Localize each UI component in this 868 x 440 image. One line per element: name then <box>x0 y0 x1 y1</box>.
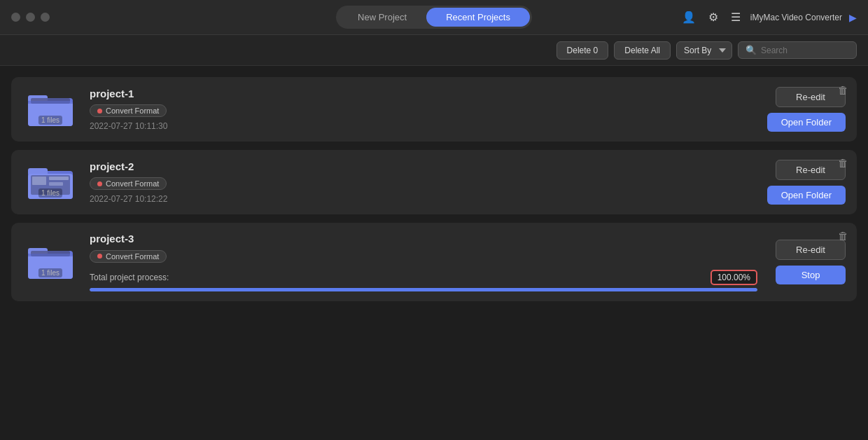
progress-bar-fill <box>90 288 757 291</box>
format-dot-3 <box>97 254 102 259</box>
main-content: 🗑 1 files project-1 Convert Format 2022-… <box>0 66 868 440</box>
project-1-folder-icon: 1 files <box>22 88 78 130</box>
project-3-files-label: 1 files <box>38 268 62 277</box>
toolbar: Delete 0 Delete All Sort By Name Date 🔍 <box>0 35 868 66</box>
project-3-format-label: Convert Format <box>106 252 159 261</box>
project-2-files-label: 1 files <box>38 188 62 198</box>
traffic-lights <box>11 13 50 22</box>
project-3-format-badge: Convert Format <box>90 250 167 263</box>
project-2-actions: Re-edit Open Folder <box>767 160 846 205</box>
app-logo-icon: ▶ <box>849 12 857 23</box>
minimize-button[interactable] <box>26 13 35 22</box>
project-3-stop-button[interactable]: Stop <box>776 266 846 284</box>
svg-rect-16 <box>28 254 73 256</box>
project-3-actions: Re-edit Stop <box>769 240 846 284</box>
search-icon: 🔍 <box>746 45 757 55</box>
project-card-3: 🗑 1 files project-3 Convert Format Total… <box>11 223 857 301</box>
delete-project-3-button[interactable]: 🗑 <box>838 230 848 242</box>
project-1-name: project-1 <box>90 88 756 99</box>
menu-icon: ☰ <box>731 11 741 23</box>
project-3-reedit-button[interactable]: Re-edit <box>776 240 846 260</box>
settings-icon-button[interactable]: ⚙ <box>706 9 721 25</box>
delete-selected-button[interactable]: Delete 0 <box>556 41 609 60</box>
titlebar: New Project Recent Projects 👤 ⚙ ☰ iMyMac… <box>0 0 868 35</box>
project-1-date: 2022-07-27 10:11:30 <box>90 121 756 131</box>
menu-icon-button[interactable]: ☰ <box>728 9 743 25</box>
project-1-files-label: 1 files <box>38 116 62 125</box>
svg-rect-10 <box>49 177 69 180</box>
search-input[interactable] <box>761 46 849 55</box>
project-card-2: 🗑 1 files project-2 Convert Format 2022-… <box>11 150 857 214</box>
project-card-1: 🗑 1 files project-1 Convert Format 2022-… <box>11 77 857 142</box>
progress-label-row: Total project process: 100.00% <box>90 270 757 285</box>
maximize-button[interactable] <box>41 13 50 22</box>
titlebar-right: 👤 ⚙ ☰ iMyMac Video Converter ▶ <box>679 9 857 25</box>
format-dot-1 <box>97 109 102 114</box>
project-1-info: project-1 Convert Format 2022-07-27 10:1… <box>90 88 756 132</box>
project-1-reedit-button[interactable]: Re-edit <box>776 87 846 107</box>
format-dot-2 <box>97 181 102 186</box>
project-1-actions: Re-edit Open Folder <box>767 87 846 132</box>
project-1-format-badge: Convert Format <box>90 104 167 117</box>
svg-rect-4 <box>28 101 73 104</box>
project-3-folder-icon: 1 files <box>22 241 78 283</box>
progress-label: Total project process: <box>90 273 169 282</box>
project-2-reedit-button[interactable]: Re-edit <box>776 160 846 180</box>
svg-rect-9 <box>32 177 46 185</box>
project-3-name: project-3 <box>90 233 757 245</box>
person-icon: 👤 <box>682 11 696 23</box>
search-box: 🔍 <box>738 41 857 59</box>
progress-percent: 100.00% <box>710 270 757 285</box>
project-1-format-label: Convert Format <box>106 106 159 115</box>
project-2-info: project-2 Convert Format 2022-07-27 10:1… <box>90 160 756 205</box>
sort-by-select[interactable]: Sort By Name Date <box>676 41 732 60</box>
tab-new-project[interactable]: New Project <box>338 8 426 27</box>
project-1-open-folder-button[interactable]: Open Folder <box>767 113 846 132</box>
tab-recent-projects[interactable]: Recent Projects <box>426 8 530 27</box>
project-3-info: project-3 Convert Format Total project p… <box>90 233 757 291</box>
account-icon-button[interactable]: 👤 <box>679 9 699 25</box>
svg-rect-11 <box>49 182 63 186</box>
project-2-name: project-2 <box>90 160 756 172</box>
project-3-progress-section: Total project process: 100.00% <box>90 270 757 291</box>
tab-group: New Project Recent Projects <box>336 6 532 29</box>
project-2-folder-icon: 1 files <box>22 161 78 203</box>
delete-project-1-button[interactable]: 🗑 <box>838 84 848 96</box>
project-2-open-folder-button[interactable]: Open Folder <box>767 186 846 205</box>
project-2-format-label: Convert Format <box>106 179 159 188</box>
project-2-date: 2022-07-27 10:12:22 <box>90 194 756 204</box>
delete-all-button[interactable]: Delete All <box>614 41 671 60</box>
gear-icon: ⚙ <box>708 11 718 23</box>
delete-project-2-button[interactable]: 🗑 <box>838 157 848 169</box>
app-title: iMyMac Video Converter <box>750 13 842 22</box>
close-button[interactable] <box>11 13 20 22</box>
project-2-format-badge: Convert Format <box>90 177 167 190</box>
progress-bar-background <box>90 288 757 291</box>
